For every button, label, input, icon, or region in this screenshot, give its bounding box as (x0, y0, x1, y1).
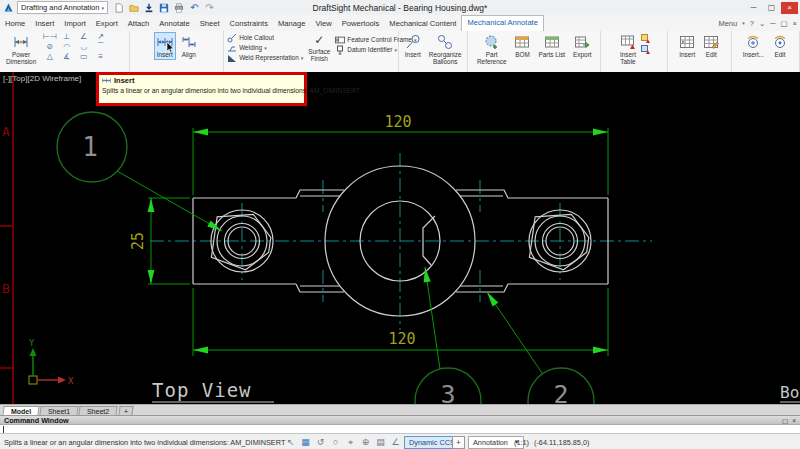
dim-angular-icon[interactable]: ∡ (58, 52, 75, 62)
menu-button[interactable]: Menu (718, 19, 737, 28)
tab-export[interactable]: Export (91, 17, 123, 30)
tab-manage[interactable]: Manage (273, 17, 310, 30)
new-file-button[interactable] (114, 2, 125, 13)
tab-attach[interactable]: Attach (123, 17, 155, 30)
snap-target-icon[interactable]: ⌖ (345, 437, 356, 448)
reorganize-balloons-button[interactable]: Reorganize Balloons (426, 32, 465, 68)
tab-mechanical-content[interactable]: Mechanical Content (384, 17, 461, 30)
quick-access-toolbar: ↶ ↷ (114, 2, 215, 13)
close-button[interactable]: × (781, 2, 798, 14)
pointer-icon[interactable]: ↖ (285, 437, 296, 448)
revision-tag-icon[interactable] (641, 34, 651, 44)
dim-linear-icon[interactable]: ⊢⊣ (41, 32, 58, 42)
insert-dimension-button[interactable]: Insert (154, 32, 176, 60)
tab-constraints[interactable]: Constraints (225, 17, 273, 30)
align-dimension-button[interactable]: Align (178, 32, 200, 60)
print-button[interactable] (174, 2, 185, 13)
dim-bottom-text: 120 (388, 330, 415, 348)
dim-arc-down-icon[interactable]: ◡ (75, 42, 92, 52)
tab-insert[interactable]: Insert (30, 17, 59, 30)
edit-frame-button[interactable]: Edit (769, 32, 791, 60)
dim-chamfer-icon[interactable]: ▭ (75, 52, 92, 62)
drawing-canvas[interactable]: A B X Y (0, 72, 800, 404)
viewport-controls-label[interactable]: [-][Top][2D Wireframe] (3, 74, 81, 83)
collapse-ribbon-button[interactable]: ⌄ (759, 19, 765, 28)
tab-mechanical-annotate[interactable]: Mechanical Annotate (461, 15, 544, 31)
part-reference-button[interactable]: Part Reference (474, 32, 510, 68)
bom-button[interactable]: BOM (511, 32, 533, 60)
view-undo-icon[interactable]: ↺ (315, 437, 326, 448)
tab-import[interactable]: Import (59, 17, 91, 30)
insert-revision-table-button[interactable]: Insert Table (617, 32, 639, 68)
weld-representation-label: Weld Representation (239, 54, 299, 61)
undo-button[interactable]: ↶ (189, 2, 200, 13)
edit-frame-icon (772, 34, 788, 50)
tab-home[interactable]: Home (0, 17, 30, 30)
tab-annotate[interactable]: Annotate (154, 17, 194, 30)
align-dimension-label: Align (182, 51, 196, 58)
mouse-cursor-icon (166, 42, 174, 53)
insert-hole-table-label: Insert (679, 51, 695, 58)
power-dimension-label: Power Dimension (6, 51, 36, 66)
dim-arclength-icon[interactable]: ⌒ (92, 42, 109, 52)
dim-arc-up-icon[interactable]: ◠ (58, 42, 75, 52)
drawing-frame (0, 72, 13, 404)
welding-button[interactable]: Welding ▾ (227, 43, 303, 52)
esnap-icon[interactable]: ⊕ (360, 437, 371, 448)
ortho-icon[interactable]: ∠ (390, 437, 401, 448)
workspace-selector[interactable]: Drafting and Annotation ▾ (17, 1, 108, 14)
insert-balloon-button[interactable]: Insert (402, 32, 424, 60)
workspace-label: Drafting and Annotation (21, 3, 99, 12)
dim-aligned-icon[interactable]: ↗ (92, 32, 109, 42)
grid-table-icon[interactable]: ▦ (300, 437, 311, 448)
insert-hole-table-button[interactable]: Insert (676, 32, 698, 60)
view-title: Top View (152, 379, 252, 401)
draftsight-window: Drafting and Annotation ▾ ↶ ↷ DraftSight… (0, 0, 800, 449)
dim-left-text: 25 (129, 232, 147, 250)
tab-sheet[interactable]: Sheet (195, 17, 225, 30)
weld-representation-button[interactable]: Weld Representation ▾ (227, 53, 303, 62)
bom-label: BOM (515, 51, 530, 58)
ucs-y-label: Y (29, 338, 35, 348)
chevron-down-icon: ▾ (394, 47, 397, 53)
edit-frame-label: Edit (775, 51, 786, 58)
doc-minimize-button[interactable]: ─ (770, 19, 775, 28)
doc-restore-button[interactable]: ▢ (781, 19, 788, 28)
dim-triangle-icon[interactable]: △ (41, 52, 58, 62)
reorganize-balloons-icon (437, 34, 453, 50)
insert-frame-button[interactable]: Insert... (740, 32, 767, 60)
dim-baseline-icon[interactable]: ⊥ (58, 32, 75, 42)
doc-close-button[interactable]: × (793, 19, 797, 28)
redo-button[interactable]: ↷ (204, 2, 215, 13)
dim-angle-icon[interactable]: ∠ (75, 32, 92, 42)
text-caret (3, 426, 4, 433)
dim-diameter-icon[interactable]: ⊘ (41, 42, 58, 52)
chevron-down-icon: ▾ (301, 55, 304, 61)
power-dimension-button[interactable]: Power Dimension (3, 32, 39, 68)
dim-ordinate-icon[interactable]: ≡ (92, 52, 109, 62)
insert-balloon-icon (405, 34, 421, 50)
centerlines (150, 153, 652, 330)
export-bom-button[interactable]: Export (570, 32, 594, 60)
minimize-button[interactable]: ─ (745, 2, 762, 14)
surface-finish-button[interactable]: ✓ Surface Finish (305, 32, 333, 65)
circle-icon[interactable]: ○ (330, 437, 341, 448)
tab-powertools[interactable]: Powertools (337, 17, 385, 30)
hole-callout-button[interactable]: Hole Callout (227, 33, 303, 42)
insert-revision-table-label: Insert Table (620, 51, 636, 66)
save-button[interactable] (159, 2, 170, 13)
import-button[interactable] (144, 2, 155, 13)
parts-list-button[interactable]: Parts List (535, 32, 568, 60)
open-file-button[interactable] (129, 2, 140, 13)
tab-view[interactable]: View (310, 17, 336, 30)
menu-right-controls: Menu ▾ ? ⌄ ─ ▢ × (718, 19, 797, 28)
insert-revision-table-icon (620, 34, 636, 50)
revision-symbol-icon[interactable] (641, 45, 651, 55)
export-bom-icon (574, 34, 590, 50)
add-scale-button[interactable]: + (452, 436, 465, 449)
edit-hole-table-button[interactable]: Edit (700, 32, 722, 60)
maximize-button[interactable]: ▢ (763, 2, 780, 14)
help-button[interactable]: ? (750, 19, 754, 28)
grid-icon[interactable]: ▤ (375, 437, 386, 448)
chevron-down-icon: ▾ (264, 45, 267, 51)
